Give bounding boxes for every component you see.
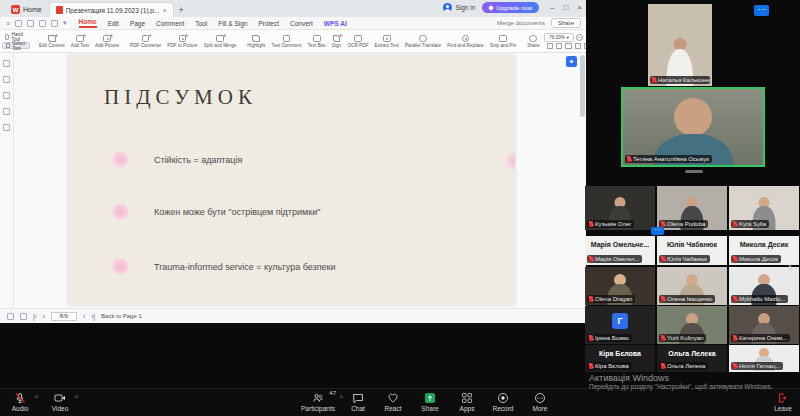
new-tab-button[interactable]: +: [179, 5, 184, 17]
extract-text-button[interactable]: Extract Text: [373, 35, 400, 49]
outline-icon[interactable]: [3, 92, 10, 99]
menu-convert[interactable]: Convert: [290, 20, 313, 27]
video-tile-active-speaker[interactable]: Тетяна Анатоліївна Осьмук: [621, 87, 765, 167]
video-tile[interactable]: Olena Dragan: [585, 267, 655, 305]
menu-share-button[interactable]: Share: [551, 18, 581, 28]
menu-tool[interactable]: Tool: [195, 20, 207, 27]
video-tile[interactable]: Кузьмін Олег: [585, 186, 655, 230]
add-picture-button[interactable]: Add Picture: [94, 35, 121, 49]
first-page-button[interactable]: |‹: [33, 313, 37, 320]
menu-page[interactable]: Page: [130, 20, 145, 27]
video-button[interactable]: Video ^: [43, 392, 77, 412]
pdf-converter-button[interactable]: PDF Converter: [128, 35, 162, 49]
merge-documents-label[interactable]: Merge documents: [497, 20, 545, 26]
audio-button[interactable]: Audio ^: [3, 392, 37, 412]
hand-tool-button[interactable]: Hand Tool: [2, 34, 29, 41]
video-options-caret[interactable]: ^: [75, 394, 78, 401]
minimize-button[interactable]: –: [550, 3, 554, 12]
main-menu-icon[interactable]: ≡: [6, 20, 10, 27]
last-page-button[interactable]: ›|: [91, 313, 95, 320]
video-tile[interactable]: Олена Іващенко: [657, 267, 727, 305]
wps-home-tab[interactable]: W Home: [4, 2, 49, 17]
save-icon[interactable]: [15, 20, 22, 27]
menu-home[interactable]: Home: [79, 18, 97, 28]
video-tile[interactable]: Катерина Оним...: [729, 306, 799, 344]
text-box-button[interactable]: Text Box: [306, 35, 327, 49]
scrollbar-thumb[interactable]: [580, 55, 585, 117]
name-tile[interactable]: Марія Омельче... Марія Омельч...: [585, 236, 655, 265]
video-tile[interactable]: Yurii Kulinyan: [657, 306, 727, 344]
snip-pin-button[interactable]: Snip and Pin: [488, 35, 518, 49]
more-button[interactable]: More: [523, 392, 557, 412]
wps-document-tab[interactable]: Презентация 11.09.2023 (1).p... ×: [49, 2, 174, 17]
fit-width-icon[interactable]: [547, 43, 553, 49]
video-tile[interactable]: Неіля Гатнац...: [729, 345, 799, 372]
tab-close-icon[interactable]: ×: [162, 7, 166, 14]
prev-page-button[interactable]: ‹: [43, 313, 45, 320]
gallery-more-button[interactable]: ⋯: [651, 227, 664, 235]
document-area[interactable]: ПІДСУМОК Стійкість = адаптація Кожен мож…: [14, 53, 586, 308]
sign-button[interactable]: Sign: [330, 35, 342, 49]
name-tile[interactable]: Ольга Лелека Ольга Лелека: [657, 345, 727, 372]
select-tool-button[interactable]: Select Tool: [2, 42, 29, 49]
apps-button[interactable]: Apps: [450, 392, 484, 412]
record-button[interactable]: Record: [486, 392, 520, 412]
bookmarks-icon[interactable]: [3, 76, 10, 83]
ribbon-share-button[interactable]: Share: [526, 35, 542, 49]
parallel-translate-button[interactable]: Parallel Translate: [403, 35, 442, 49]
edit-content-button[interactable]: Edit Content: [37, 35, 66, 49]
fit-page-icon[interactable]: [556, 43, 562, 49]
name-tile[interactable]: Юлія Чабанюк Юлія Чабанюк: [657, 236, 727, 265]
thumbnails-icon[interactable]: [3, 60, 10, 67]
rotate-left-icon[interactable]: [575, 43, 581, 49]
audio-options-caret[interactable]: ^: [35, 394, 38, 401]
menu-wps-ai[interactable]: WPS AI: [324, 20, 347, 27]
undo-icon[interactable]: [39, 20, 46, 27]
react-button[interactable]: React: [376, 392, 410, 412]
mic-muted-icon: [589, 335, 593, 341]
page-fit-icon[interactable]: [20, 313, 27, 320]
next-page-gallery-icon[interactable]: ›: [788, 258, 793, 275]
highlight-button[interactable]: Highlight: [246, 35, 267, 49]
rotate-right-icon[interactable]: [584, 43, 586, 49]
attachments-icon[interactable]: [3, 124, 10, 131]
maximize-button[interactable]: □: [563, 3, 568, 12]
video-tile-pinned[interactable]: Наталья Кальконен: [648, 4, 712, 86]
text-comment-button[interactable]: Text Comment: [270, 35, 303, 49]
sign-in-button[interactable]: Sign in: [443, 3, 475, 12]
video-tile[interactable]: Kyra Sylla: [729, 186, 799, 230]
chat-button[interactable]: Chat: [341, 392, 375, 412]
find-replace-button[interactable]: Find and Replace: [446, 35, 486, 49]
page-layout-icon[interactable]: [7, 313, 14, 320]
video-tile[interactable]: Olena Podoba: [657, 186, 727, 230]
ocr-pdf-button[interactable]: OCR PDF: [346, 35, 370, 49]
print-icon[interactable]: [27, 20, 34, 27]
gallery-options-button[interactable]: ⋯: [754, 5, 769, 16]
page-number-input[interactable]: [51, 312, 77, 321]
avatar-tile[interactable]: Г Ірина Божко: [585, 306, 655, 344]
pdf-to-picture-button[interactable]: PDF to Picture: [166, 35, 199, 49]
next-page-button[interactable]: ›: [83, 313, 85, 320]
menu-fill-sign[interactable]: Fill & Sign: [218, 20, 247, 27]
actual-size-icon[interactable]: [565, 43, 571, 49]
close-button[interactable]: ×: [577, 3, 582, 12]
menu-edit[interactable]: Edit: [108, 20, 119, 27]
participants-button[interactable]: Participants 47 ^: [298, 392, 338, 412]
name-tile[interactable]: Кіра Бєлова Кіра Бєлова: [585, 345, 655, 372]
menu-comment[interactable]: Comment: [156, 20, 184, 27]
zoom-level-select[interactable]: 76.00% ▾: [544, 33, 574, 42]
leave-button[interactable]: Leave: [763, 392, 800, 412]
quickbar-dropdown-icon[interactable]: ▾: [63, 19, 67, 27]
gallery-drag-handle[interactable]: [685, 170, 703, 173]
comments-panel-icon[interactable]: [3, 108, 10, 115]
wps-ai-floating-button[interactable]: ✦: [566, 56, 577, 67]
zoom-out-button[interactable]: –: [576, 34, 583, 41]
document-scrollbar[interactable]: [580, 55, 585, 303]
back-to-page-link[interactable]: Back to Page 1: [101, 313, 142, 319]
menu-protect[interactable]: Protect: [258, 20, 279, 27]
add-text-button[interactable]: Add Text: [69, 35, 90, 49]
share-screen-button[interactable]: Share: [413, 392, 447, 412]
upgrade-button[interactable]: Upgrade now: [482, 2, 539, 13]
redo-icon[interactable]: [51, 20, 58, 27]
split-merge-button[interactable]: Split and Merge: [202, 35, 238, 49]
